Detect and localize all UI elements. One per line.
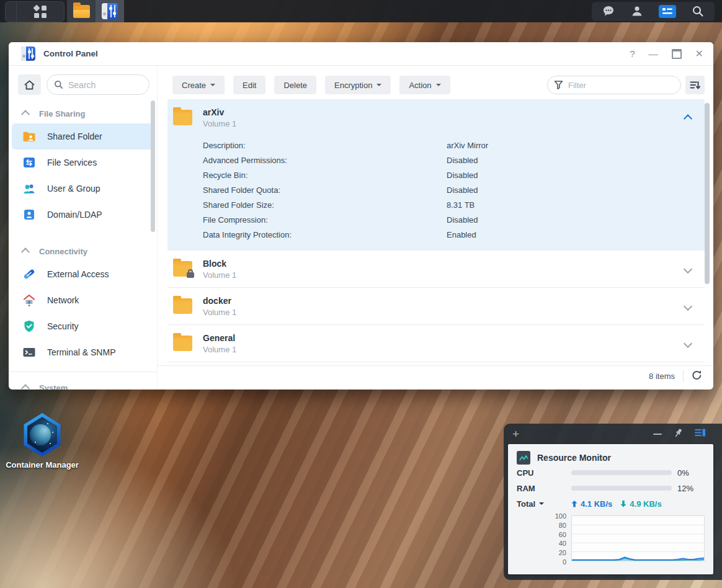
total-dropdown[interactable]: Total (517, 499, 571, 509)
add-widget-button[interactable]: + (512, 428, 519, 440)
detail-value: Enabled (447, 230, 476, 239)
sidebar-item-network[interactable]: Network (12, 287, 154, 313)
collapse-widget-button[interactable] (653, 434, 662, 435)
encryption-button[interactable]: Encryption (325, 76, 391, 94)
window-titlebar[interactable]: Control Panel ? — ✕ (9, 42, 713, 66)
collapse-row-icon[interactable] (684, 114, 692, 123)
collapse-icon (21, 247, 30, 256)
notifications-button[interactable] (602, 4, 615, 18)
control-panel-icon (102, 3, 118, 19)
sidebar-item-label: Network (47, 295, 79, 305)
network-chart: 100 80 60 40 20 0 (517, 515, 705, 566)
control-panel-window: Control Panel ? — ✕ (9, 42, 713, 390)
maximize-button[interactable] (672, 49, 682, 59)
window-title: Control Panel (43, 49, 98, 58)
search-button[interactable] (691, 4, 705, 18)
upload-arrow-icon (571, 501, 577, 507)
detail-label: Data Integrity Protection: (203, 230, 447, 239)
show-desktop-strip[interactable] (6, 2, 17, 22)
detail-value: 8.31 TB (447, 200, 475, 210)
dock-panel-icon (695, 428, 706, 437)
taskbar-left (0, 0, 124, 22)
sidebar-item-external-access[interactable]: External Access (12, 261, 154, 287)
delete-button[interactable]: Delete (274, 76, 316, 94)
button-label: Edit (243, 81, 256, 90)
filter-input[interactable] (547, 76, 681, 94)
detail-label: Shared Folder Size: (203, 200, 447, 210)
footer-divider (683, 371, 684, 382)
button-label: Action (409, 81, 431, 90)
sidebar-item-label: Security (47, 321, 79, 331)
window-body: File Sharing Shared Folder (9, 66, 713, 390)
sidebar-scrollbar[interactable] (151, 100, 155, 232)
folder-icon (173, 336, 192, 351)
container-manager-shortcut[interactable]: Container Manager (1, 413, 83, 470)
detail-label: Recycle Bin: (203, 171, 447, 180)
pin-widget-button[interactable] (674, 428, 683, 440)
dock-widget-button[interactable] (695, 428, 706, 440)
edit-button[interactable]: Edit (233, 76, 265, 94)
taskbar-file-station-button[interactable] (67, 0, 96, 22)
refresh-button[interactable] (692, 370, 702, 383)
close-button[interactable]: ✕ (695, 49, 703, 59)
folder-row-block[interactable]: Block Volume 1 (167, 251, 705, 288)
section-label: System (39, 383, 68, 390)
section-connectivity[interactable]: Connectivity (9, 244, 157, 259)
sidebar-item-terminal-snmp[interactable]: Terminal & SNMP (12, 339, 154, 365)
container-manager-icon (22, 413, 62, 457)
button-label: Encryption (334, 81, 372, 90)
security-shield-icon (22, 319, 37, 334)
meter-value: 12% (672, 484, 705, 493)
search-field-icon (54, 80, 63, 89)
taskbar-control-panel-button[interactable] (96, 0, 124, 22)
help-button[interactable]: ? (630, 49, 635, 58)
download-arrow-icon (620, 501, 626, 507)
folder-row-docker[interactable]: docker Volume 1 (167, 288, 705, 325)
user-account-button[interactable] (630, 4, 644, 18)
shared-folder-list: arXiv Volume 1 Description:arXiv Mirror … (167, 99, 705, 362)
meter-label: RAM (517, 484, 571, 493)
create-button[interactable]: Create (172, 76, 225, 94)
minimize-button[interactable]: — (649, 49, 658, 58)
pin-icon (674, 428, 683, 438)
sidebar-item-security[interactable]: Security (12, 313, 154, 339)
terminal-icon (22, 345, 37, 360)
sidebar-item-user-group[interactable]: User & Group (12, 176, 154, 202)
sidebar-item-file-services[interactable]: File Services (12, 149, 154, 176)
action-button[interactable]: Action (399, 76, 450, 94)
y-tick: 60 (559, 531, 566, 538)
content-scrollbar[interactable] (705, 103, 710, 284)
widgets-button[interactable] (659, 5, 676, 18)
refresh-icon (692, 370, 702, 380)
sidebar-item-label: User & Group (47, 184, 100, 194)
expand-row-icon[interactable] (684, 339, 692, 347)
upload-rate: 4.1 KB/s (571, 499, 612, 509)
sidebar-item-domain-ldap[interactable]: Domain/LDAP (12, 202, 154, 228)
sidebar-item-label: External Access (47, 269, 109, 279)
main-menu-button[interactable] (5, 1, 65, 22)
meter-label: CPU (517, 468, 571, 478)
ram-progress-bar (571, 486, 672, 491)
folder-icon (173, 110, 192, 125)
sidebar-item-shared-folder[interactable]: Shared Folder (12, 123, 154, 149)
expand-row-icon[interactable] (684, 301, 692, 310)
shortcut-label: Container Manager (1, 460, 83, 470)
sort-button[interactable] (685, 76, 705, 94)
download-rate: 4.9 KB/s (620, 499, 661, 509)
cpu-meter: CPU 0% (517, 465, 705, 480)
y-tick: 40 (559, 540, 566, 547)
folder-row-arxiv[interactable]: arXiv Volume 1 Description:arXiv Mirror … (167, 99, 705, 251)
home-icon (24, 80, 35, 90)
section-file-sharing[interactable]: File Sharing (9, 106, 157, 121)
desktop: Control Panel ? — ✕ (0, 0, 722, 588)
expand-row-icon[interactable] (684, 264, 692, 273)
chevron-down-icon (539, 502, 544, 505)
folder-name: Block (203, 257, 236, 270)
collapse-icon (21, 110, 30, 118)
folder-row-general[interactable]: General Volume 1 (167, 325, 705, 362)
detail-label: Shared Folder Quota: (203, 185, 447, 195)
section-system[interactable]: System (9, 380, 157, 390)
file-station-icon (73, 5, 90, 18)
home-button[interactable] (18, 74, 41, 95)
sort-icon (690, 80, 700, 90)
